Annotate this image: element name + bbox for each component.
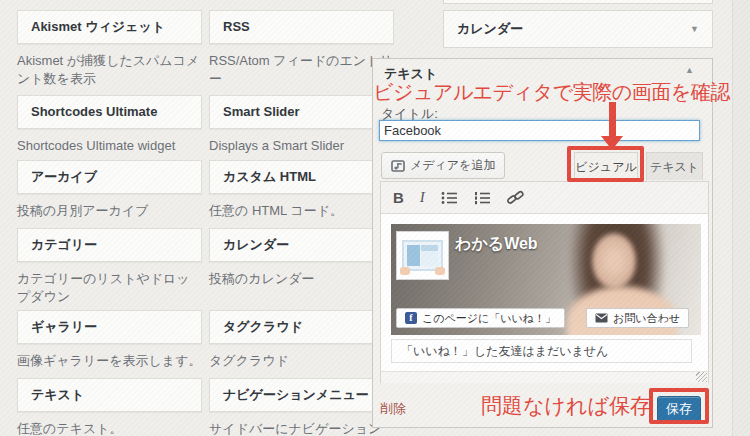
widget-gallery: ギャラリー 画像ギャラリーを表示します。 <box>17 310 202 370</box>
widget-desc-text: 任意のテキスト。 <box>17 420 202 436</box>
link-icon[interactable] <box>507 190 524 205</box>
page-right-gutter <box>732 0 750 436</box>
facebook-page-name: わかるWeb <box>455 234 538 255</box>
bullet-list-icon[interactable] <box>441 191 458 205</box>
avatar-hand-right <box>435 267 445 275</box>
widget-desc-rss: RSS/Atom フィードのエントリー <box>209 52 394 89</box>
calendar-widget-title: カレンダー <box>457 20 523 38</box>
facebook-contact-label: お問い合わせ <box>613 311 680 326</box>
widget-categories: カテゴリー カテゴリーのリストやドロップダウン <box>17 228 202 307</box>
add-media-button[interactable]: メディアを追加 <box>381 152 505 179</box>
facebook-icon: f <box>405 312 417 324</box>
annotation-save-hint: 問題なければ保存 <box>481 392 651 420</box>
widget-desc-gallery: 画像ギャラリーを表示します。 <box>17 352 202 370</box>
title-input[interactable] <box>379 120 700 141</box>
annotation-box-visual-tab <box>567 146 644 182</box>
numbered-list-icon[interactable] <box>474 191 491 205</box>
widget-card-smart-slider[interactable]: Smart Slider <box>209 95 394 129</box>
editor-statusbar <box>381 371 708 383</box>
widget-row-3: アーカイブ 投稿の月別アーカイブ カスタム HTML 任意の HTML コード。 <box>17 160 397 220</box>
add-media-label: メディアを追加 <box>410 157 495 174</box>
widget-card-custom-html[interactable]: カスタム HTML <box>209 160 394 194</box>
widget-row-4: カテゴリー カテゴリーのリストやドロップダウン カレンダー 投稿のカレンダー <box>17 228 397 307</box>
widget-desc-categories: カテゴリーのリストやドロップダウン <box>17 270 202 307</box>
widget-card-categories[interactable]: カテゴリー <box>17 228 202 262</box>
widget-shortcodes: Shortcodes Ultimate Shortcodes Ultimate … <box>17 95 202 155</box>
widget-card-shortcodes[interactable]: Shortcodes Ultimate <box>17 95 202 129</box>
tab-text[interactable]: テキスト <box>646 152 703 180</box>
widget-rss: RSS RSS/Atom フィードのエントリー <box>209 10 394 89</box>
widget-desc-tag-cloud: タグクラウド <box>209 352 394 370</box>
sidebar-widget-calendar[interactable]: カレンダー ▼ <box>443 10 713 48</box>
widget-row-2: Shortcodes Ultimate Shortcodes Ultimate … <box>17 95 397 155</box>
widget-card-calendar[interactable]: カレンダー <box>209 228 394 262</box>
widget-desc-archives: 投稿の月別アーカイブ <box>17 202 202 220</box>
widget-archives: アーカイブ 投稿の月別アーカイブ <box>17 160 202 220</box>
annotation-visual-editor-hint: ビジュアルエディタで実際の画面を確認 <box>373 79 730 106</box>
widget-card-archives[interactable]: アーカイブ <box>17 160 202 194</box>
photo-woman-face <box>591 232 637 290</box>
widget-card-akismet[interactable]: Akismet ウィジェット <box>17 10 202 44</box>
widget-card-tag-cloud[interactable]: タグクラウド <box>209 310 394 344</box>
editor-content[interactable]: わかるWeb f このページに「いいね！」 お問い合わせ 「いいね！」した友達は… <box>381 214 708 371</box>
delete-widget-link[interactable]: 削除 <box>380 400 406 418</box>
widget-akismet: Akismet ウィジェット Akismet が捕獲したスパムコメント数を表示 <box>17 10 202 89</box>
widget-desc-smart-slider: Displays a Smart Slider <box>209 137 394 155</box>
widget-row-6: テキスト 任意のテキスト。 ナビゲーションメニュー サイドバーにナビゲーションメ… <box>17 378 397 436</box>
widget-desc-nav-menu: サイドバーにナビゲーションメニ <box>209 420 394 436</box>
italic-icon[interactable]: I <box>420 189 425 206</box>
bold-icon[interactable]: B <box>393 189 404 206</box>
widget-card-rss[interactable]: RSS <box>209 10 394 44</box>
annotation-box-save-button <box>649 388 709 424</box>
widget-desc-shortcodes: Shortcodes Ultimate widget <box>17 137 202 155</box>
widget-row-5: ギャラリー 画像ギャラリーを表示します。 タグクラウド タグクラウド <box>17 310 397 370</box>
widget-card-text[interactable]: テキスト <box>17 378 202 412</box>
widget-nav-menu: ナビゲーションメニュー サイドバーにナビゲーションメニ <box>209 378 394 436</box>
avatar-hand-left <box>400 267 410 275</box>
widget-text: テキスト 任意のテキスト。 <box>17 378 202 436</box>
like-status-box: 「いいね！」した友達はまだいません <box>391 339 692 363</box>
annotation-arrow-shaft <box>609 102 616 137</box>
widget-card-nav-menu[interactable]: ナビゲーションメニュー <box>209 378 394 412</box>
widget-card-gallery[interactable]: ギャラリー <box>17 310 202 344</box>
sidebar-widget-partial <box>443 0 713 4</box>
visual-editor: B I <box>380 181 709 383</box>
facebook-page-avatar <box>396 231 449 280</box>
widget-desc-custom-html: 任意の HTML コード。 <box>209 202 394 220</box>
widget-tag-cloud: タグクラウド タグクラウド <box>209 310 394 370</box>
facebook-like-button[interactable]: f このページに「いいね！」 <box>396 308 565 328</box>
facebook-page-preview: わかるWeb f このページに「いいね！」 お問い合わせ <box>391 224 701 335</box>
facebook-like-label: このページに「いいね！」 <box>422 311 556 326</box>
widget-desc-calendar: 投稿のカレンダー <box>209 270 394 288</box>
text-widget-panel: テキスト ▲ タイトル: メディアを追加 ビジュアル テキスト B I <box>372 58 713 428</box>
facebook-contact-button[interactable]: お問い合わせ <box>586 308 689 328</box>
widget-calendar: カレンダー 投稿のカレンダー <box>209 228 394 307</box>
media-icon <box>391 159 405 172</box>
resize-handle[interactable] <box>696 372 707 382</box>
widget-custom-html: カスタム HTML 任意の HTML コード。 <box>209 160 394 220</box>
widget-row-1: Akismet ウィジェット Akismet が捕獲したスパムコメント数を表示 … <box>17 10 397 89</box>
editor-toolbar: B I <box>381 182 708 214</box>
chevron-down-icon[interactable]: ▼ <box>690 24 699 34</box>
widget-smart-slider: Smart Slider Displays a Smart Slider <box>209 95 394 155</box>
widget-desc-akismet: Akismet が捕獲したスパムコメント数を表示 <box>17 52 202 89</box>
envelope-icon <box>595 313 608 323</box>
